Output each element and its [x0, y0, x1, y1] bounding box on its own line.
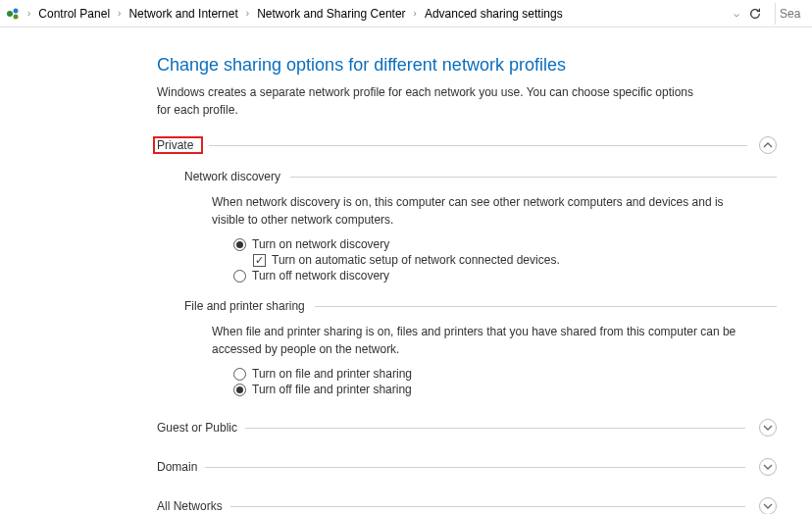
refresh-icon[interactable]	[747, 6, 763, 22]
control-panel-icon	[4, 5, 22, 23]
radio-nd-off-label: Turn off network discovery	[252, 269, 389, 283]
network-discovery-header: Network discovery	[184, 170, 777, 183]
file-printer-title: File and printer sharing	[184, 299, 305, 313]
chevron-down-icon[interactable]	[759, 458, 777, 476]
svg-point-2	[14, 14, 19, 19]
profile-private-header[interactable]: Private	[157, 136, 777, 154]
checkbox-icon: ✓	[253, 254, 266, 267]
radio-nd-on-label: Turn on network discovery	[252, 237, 389, 251]
chevron-down-icon[interactable]	[759, 497, 777, 514]
profile-private-label: Private	[157, 138, 193, 152]
divider	[205, 467, 745, 468]
highlight-private: Private	[153, 136, 203, 154]
history-dropdown-icon[interactable]: ⌵	[732, 6, 741, 21]
profile-all-networks-header[interactable]: All Networks	[157, 497, 777, 514]
chevron-up-icon[interactable]	[759, 136, 777, 154]
profile-domain-header[interactable]: Domain	[157, 458, 777, 476]
address-toolbar: › Control Panel › Network and Internet ›…	[0, 0, 812, 27]
search-input[interactable]	[775, 3, 808, 25]
network-discovery-options: Turn on network discovery ✓ Turn on auto…	[233, 236, 777, 283]
breadcrumb-control-panel[interactable]: Control Panel	[34, 5, 114, 23]
file-printer-options: Turn on file and printer sharing Turn of…	[233, 366, 777, 397]
radio-icon	[233, 238, 246, 251]
radio-icon	[233, 368, 246, 381]
radio-icon	[233, 384, 246, 396]
radio-fp-off[interactable]: Turn off file and printer sharing	[233, 382, 777, 397]
radio-icon	[233, 270, 246, 283]
profile-private: Private Network discovery When network d…	[157, 136, 777, 397]
radio-nd-off[interactable]: Turn off network discovery	[233, 268, 777, 283]
radio-fp-on[interactable]: Turn on file and printer sharing	[233, 366, 777, 382]
checkbox-auto-setup-label: Turn on automatic setup of network conne…	[272, 253, 560, 267]
divider	[245, 428, 745, 429]
profile-domain-label: Domain	[157, 460, 197, 474]
divider	[230, 506, 745, 507]
svg-point-0	[7, 11, 13, 17]
profile-guest-public-label: Guest or Public	[157, 421, 237, 435]
chevron-right-icon: ›	[244, 8, 251, 19]
radio-fp-on-label: Turn on file and printer sharing	[252, 367, 412, 381]
file-printer-header: File and printer sharing	[184, 299, 777, 313]
page-subtitle: Windows creates a separate network profi…	[157, 83, 706, 119]
network-discovery-desc: When network discovery is on, this compu…	[212, 193, 741, 229]
section-file-printer: File and printer sharing When file and p…	[184, 299, 777, 397]
network-discovery-title: Network discovery	[184, 170, 280, 183]
chevron-right-icon: ›	[116, 8, 123, 19]
section-network-discovery: Network discovery When network discovery…	[184, 170, 777, 283]
profile-guest-public-header[interactable]: Guest or Public	[157, 419, 777, 437]
content-area: Change sharing options for different net…	[0, 27, 812, 514]
breadcrumb-advanced-sharing[interactable]: Advanced sharing settings	[421, 5, 567, 23]
radio-nd-on[interactable]: Turn on network discovery	[233, 236, 777, 252]
divider	[290, 177, 777, 178]
breadcrumb-network-internet[interactable]: Network and Internet	[125, 5, 241, 23]
chevron-right-icon: ›	[25, 8, 32, 19]
radio-fp-off-label: Turn off file and printer sharing	[252, 383, 412, 396]
breadcrumb-network-sharing-center[interactable]: Network and Sharing Center	[253, 5, 409, 23]
file-printer-desc: When file and printer sharing is on, fil…	[212, 323, 741, 358]
nav-right: ⌵	[732, 3, 808, 25]
divider	[209, 145, 747, 146]
divider	[315, 306, 777, 307]
page-title: Change sharing options for different net…	[157, 55, 777, 76]
checkbox-auto-setup[interactable]: ✓ Turn on automatic setup of network con…	[253, 252, 777, 268]
chevron-right-icon: ›	[412, 8, 419, 19]
profile-all-networks-label: All Networks	[157, 499, 223, 513]
chevron-down-icon[interactable]	[759, 419, 777, 437]
breadcrumb[interactable]: › Control Panel › Network and Internet ›…	[25, 5, 730, 23]
svg-point-1	[14, 8, 19, 13]
